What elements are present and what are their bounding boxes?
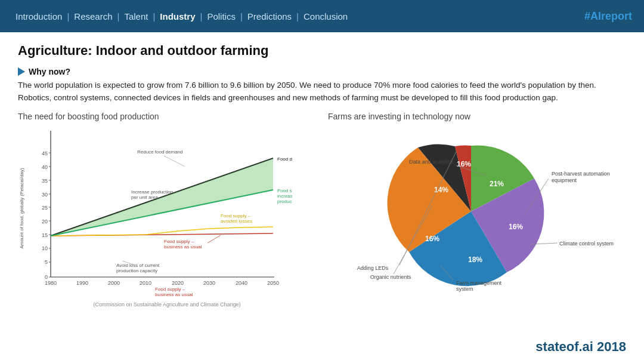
svg-text:system: system <box>456 286 473 292</box>
hashtag-label: #AIreport <box>584 10 632 23</box>
svg-text:Amount of food, globally (Peta: Amount of food, globally (Petacal/day) <box>19 168 24 249</box>
svg-text:avoided losses: avoided losses <box>221 219 252 224</box>
nav-separator: | <box>239 11 244 21</box>
svg-text:Avoid loss of current: Avoid loss of current <box>116 263 160 268</box>
svg-text:2050: 2050 <box>267 280 279 286</box>
svg-text:Adding LEDs: Adding LEDs <box>357 265 389 271</box>
section-label: Why now? <box>29 67 70 76</box>
nav-item-talent[interactable]: Talent <box>120 11 151 21</box>
svg-text:Increase production: Increase production <box>131 189 173 195</box>
nav-links: Introduction | Research | Talent | Indus… <box>12 11 351 21</box>
svg-text:45: 45 <box>42 150 48 156</box>
svg-text:Climate control system: Climate control system <box>559 241 614 247</box>
svg-text:Food supply –: Food supply – <box>277 188 292 193</box>
svg-text:18%: 18% <box>468 256 482 264</box>
branding: stateof.ai 2018 <box>535 339 626 355</box>
svg-text:Food supply –: Food supply – <box>221 213 251 219</box>
svg-text:15: 15 <box>42 232 48 238</box>
svg-text:0: 0 <box>45 274 48 280</box>
svg-text:2030: 2030 <box>203 280 215 286</box>
main-content: Agriculture: Indoor and outdoor farming … <box>0 32 644 313</box>
svg-text:Food demand: Food demand <box>277 156 292 162</box>
svg-text:20: 20 <box>42 219 48 224</box>
svg-text:14%: 14% <box>434 186 448 194</box>
svg-text:16%: 16% <box>457 160 471 168</box>
line-chart-title: The need for boosting food production <box>18 112 316 121</box>
svg-text:21%: 21% <box>490 180 504 188</box>
svg-text:16%: 16% <box>425 235 439 243</box>
pie-chart-svg: 21% 16% 18% 16% 14% 16% Data and a <box>328 125 626 298</box>
svg-text:30: 30 <box>42 192 48 198</box>
charts-area: The need for boosting food production 0 … <box>18 112 626 307</box>
page-title: Agriculture: Indoor and outdoor farming <box>18 43 626 59</box>
svg-text:1980: 1980 <box>45 280 57 286</box>
svg-line-52 <box>208 235 221 243</box>
svg-text:Reduce food demand: Reduce food demand <box>137 149 183 155</box>
triangle-icon <box>18 67 25 76</box>
section-header: Why now? <box>18 67 626 76</box>
svg-text:business as usual: business as usual <box>164 244 202 250</box>
svg-text:16%: 16% <box>509 223 523 231</box>
line-chart-container: The need for boosting food production 0 … <box>18 112 316 307</box>
nav-item-introduction[interactable]: Introduction <box>12 11 66 21</box>
why-now-section: Why now? The world population is expecte… <box>18 67 626 104</box>
line-chart-caption: (Commission on Sustainable Agriculture a… <box>18 302 316 307</box>
svg-text:increased: increased <box>277 193 292 199</box>
svg-text:35: 35 <box>42 178 48 184</box>
nav-item-research[interactable]: Research <box>70 11 116 21</box>
svg-text:per unit area: per unit area <box>131 195 158 200</box>
svg-text:Organic nutrients: Organic nutrients <box>370 274 411 280</box>
svg-text:Farm management: Farm management <box>456 280 502 286</box>
nav-item-industry[interactable]: Industry <box>156 11 199 21</box>
svg-text:equipment: equipment <box>552 177 577 183</box>
svg-text:2010: 2010 <box>140 280 151 286</box>
svg-text:40: 40 <box>42 164 48 170</box>
nav-separator: | <box>116 11 121 21</box>
svg-text:1990: 1990 <box>76 280 88 286</box>
svg-text:Data and analytics: Data and analytics <box>409 159 454 165</box>
nav-item-politics[interactable]: Politics <box>203 11 239 21</box>
svg-text:business as usual: business as usual <box>155 292 193 297</box>
svg-text:2000: 2000 <box>108 280 120 286</box>
top-navigation: Introduction | Research | Talent | Indus… <box>0 0 644 32</box>
nav-separator: | <box>295 11 300 21</box>
svg-text:2020: 2020 <box>172 280 184 286</box>
svg-text:production: production <box>277 199 292 204</box>
svg-text:5: 5 <box>45 259 48 265</box>
nav-item-predictions[interactable]: Predictions <box>244 11 295 21</box>
svg-text:Food supply –: Food supply – <box>155 287 185 292</box>
svg-text:2040: 2040 <box>236 280 247 286</box>
branding-text: stateof.ai <box>535 339 593 354</box>
nav-separator: | <box>199 11 204 21</box>
why-now-text: The world population is expected to grow… <box>18 79 602 104</box>
svg-text:25: 25 <box>42 205 48 211</box>
svg-text:Food supply –: Food supply – <box>164 239 194 244</box>
svg-text:Post-harvest automation: Post-harvest automation <box>552 171 610 177</box>
nav-separator: | <box>66 11 70 21</box>
svg-text:production capacity: production capacity <box>116 268 157 273</box>
pie-chart-container: Farms are investing in technology now <box>328 112 626 307</box>
svg-line-42 <box>164 156 185 167</box>
pie-chart-title: Farms are investing in technology now <box>328 112 626 121</box>
nav-item-conclusion[interactable]: Conclusion <box>300 11 351 21</box>
svg-text:10: 10 <box>42 245 48 251</box>
branding-year: 2018 <box>593 339 626 354</box>
line-chart-svg: 0 5 10 15 20 25 30 35 40 45 <box>18 125 292 298</box>
nav-separator: | <box>151 11 156 21</box>
